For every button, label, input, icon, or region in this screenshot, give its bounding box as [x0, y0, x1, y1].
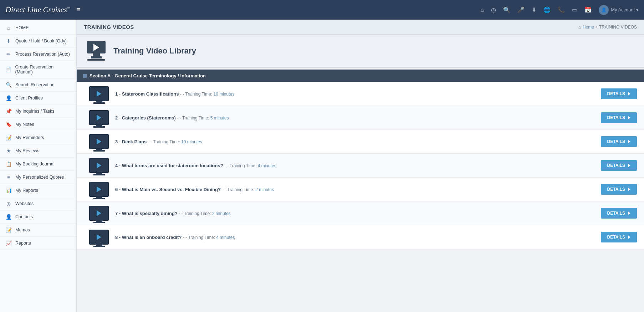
video-item: 2 - Categories (Staterooms) - - Training… — [77, 106, 644, 130]
sidebar-item-reports[interactable]: 📊 My Reports — [0, 184, 76, 197]
video-separator: - - — [222, 187, 227, 192]
video-info: 4 - What terms are used for stateroom lo… — [115, 163, 594, 168]
video-item: 8 - What is an onboard credit? - - Train… — [77, 225, 644, 249]
video-info: 6 - What is Main vs. Second vs. Flexible… — [115, 187, 594, 192]
video-item: 6 - What is Main vs. Second vs. Flexible… — [77, 178, 644, 201]
video-title: 6 - What is Main vs. Second vs. Flexible… — [115, 187, 221, 192]
video-thumbnail — [89, 110, 109, 125]
details-button[interactable]: DETAILS — [601, 160, 637, 171]
video-title: 3 - Deck Plans — [115, 139, 147, 144]
details-button[interactable]: DETAILS — [601, 184, 637, 195]
sidebar-item-memos[interactable]: 📝 Memos — [0, 224, 76, 237]
section-a-label: Section A - General Cruise Terminology /… — [90, 73, 206, 78]
thumb-play-icon — [97, 139, 101, 144]
training-time-label: Training Time: — [227, 187, 255, 192]
sidebar-label-websites: Websites — [15, 201, 34, 206]
video-thumbnail — [89, 182, 109, 197]
sidebar-item-search[interactable]: 🔍 Search Reservation — [0, 78, 76, 92]
breadcrumb-home-link[interactable]: Home — [583, 25, 594, 30]
thumb-play-icon — [97, 91, 101, 97]
my-account-label: My Account ▾ — [611, 7, 639, 12]
sidebar-item-websites[interactable]: ◎ Websites — [0, 197, 76, 210]
sidebar-label-quotes: My Personalized Quotes — [15, 175, 64, 180]
video-info: 1 - Stateroom Classifications - - Traini… — [115, 91, 594, 97]
contacts-icon: 👤 — [5, 214, 12, 220]
sidebar-item-reports2[interactable]: 📈 Reports — [0, 237, 76, 250]
training-time-value: 2 minutes — [212, 211, 231, 216]
sidebar-item-booking[interactable]: 📋 My Booking Journal — [0, 158, 76, 171]
quote-icon: ⬇ — [5, 38, 12, 44]
sidebar-item-process[interactable]: ✏ Process Reservation (Auto) — [0, 48, 76, 61]
hamburger-icon[interactable]: ≡ — [77, 6, 81, 14]
sidebar-label-process: Process Reservation (Auto) — [15, 52, 70, 57]
video-title: 4 - What terms are used for stateroom lo… — [115, 163, 223, 168]
sidebar: ⌂ HOME ⬇ Quote / Hold / Book (Ody) ✏ Pro… — [0, 20, 77, 312]
page-header: TRAINING VIDEOS ⌂ Home › TRAINING VIDEOS — [77, 20, 644, 35]
breadcrumb: ⌂ Home › TRAINING VIDEOS — [578, 25, 637, 30]
websites-icon: ◎ — [5, 201, 12, 206]
details-button[interactable]: DETAILS — [601, 232, 637, 242]
clock-nav-icon[interactable]: ◷ — [491, 6, 496, 13]
details-label: DETAILS — [607, 91, 625, 96]
screen-nav-icon[interactable]: ▭ — [572, 6, 577, 13]
sidebar-label-reports2: Reports — [15, 241, 31, 246]
sidebar-item-notes[interactable]: 🔖 My Notes — [0, 118, 76, 131]
sidebar-item-create[interactable]: 📄 Create Reservation (Manual) — [0, 61, 76, 78]
sidebar-item-contacts[interactable]: 👤 Contacts — [0, 210, 76, 224]
sidebar-item-quotes[interactable]: ≡ My Personalized Quotes — [0, 171, 76, 184]
details-arrow-icon — [628, 92, 630, 96]
details-arrow-icon — [628, 140, 630, 143]
memos-icon: 📝 — [5, 227, 12, 233]
section-bullet — [83, 74, 87, 78]
thumb-play-icon — [97, 163, 101, 168]
details-button[interactable]: DETAILS — [601, 136, 637, 147]
library-icon — [86, 41, 107, 61]
search-nav-icon[interactable]: 🔍 — [503, 6, 510, 13]
sidebar-label-create: Create Reservation (Manual) — [15, 65, 71, 75]
sidebar-label-inquiries: My Inquiries / Tasks — [15, 109, 55, 114]
details-button[interactable]: DETAILS — [601, 208, 637, 219]
video-separator: - - — [179, 211, 184, 216]
sidebar-item-inquiries[interactable]: 📌 My Inquiries / Tasks — [0, 105, 76, 118]
home-nav-icon[interactable]: ⌂ — [481, 7, 484, 13]
details-label: DETAILS — [607, 211, 625, 216]
video-separator: - - — [183, 235, 188, 240]
calendar-nav-icon[interactable]: 📅 — [584, 6, 592, 13]
training-time-value: 4 minutes — [258, 163, 276, 168]
sidebar-item-clients[interactable]: 👤 Client Profiles — [0, 92, 76, 105]
library-title: Training Video Library — [113, 46, 196, 56]
video-separator: - - — [177, 116, 182, 121]
reminders-icon: 📝 — [5, 135, 12, 140]
video-separator: - - — [224, 163, 229, 168]
video-item: 7 - What is specialty dining? - - Traini… — [77, 201, 644, 225]
booking-icon: 📋 — [5, 161, 12, 167]
sidebar-item-quote[interactable]: ⬇ Quote / Hold / Book (Ody) — [0, 35, 76, 48]
reports2-icon: 📈 — [5, 240, 12, 246]
sidebar-item-reviews[interactable]: ★ My Reviews — [0, 144, 76, 158]
globe-nav-icon[interactable]: 🌐 — [543, 6, 551, 13]
phone-nav-icon[interactable]: 📞 — [558, 6, 565, 13]
download-nav-icon[interactable]: ⬇ — [532, 6, 536, 13]
video-info: 7 - What is specialty dining? - - Traini… — [115, 211, 594, 216]
details-arrow-icon — [628, 164, 630, 167]
create-icon: 📄 — [5, 67, 12, 72]
mic-nav-icon[interactable]: 🎤 — [517, 6, 525, 13]
thumb-play-icon — [97, 210, 101, 216]
sidebar-label-reviews: My Reviews — [15, 148, 39, 153]
reviews-icon: ★ — [5, 148, 12, 154]
details-label: DETAILS — [607, 187, 625, 192]
sidebar-label-search: Search Reservation — [15, 82, 55, 87]
video-thumbnail — [89, 158, 109, 173]
sidebar-item-reminders[interactable]: 📝 My Reminders — [0, 131, 76, 144]
section-a-header: Section A - General Cruise Terminology /… — [77, 70, 644, 82]
my-account-button[interactable]: 👤 My Account ▾ — [599, 5, 639, 15]
avatar: 👤 — [599, 5, 609, 15]
video-item: 4 - What terms are used for stateroom lo… — [77, 154, 644, 178]
details-button[interactable]: DETAILS — [601, 112, 637, 123]
details-button[interactable]: DETAILS — [601, 88, 637, 99]
video-info: 8 - What is an onboard credit? - - Train… — [115, 235, 594, 240]
training-time-label: Training Time: — [182, 116, 210, 121]
sidebar-item-home[interactable]: ⌂ HOME — [0, 21, 76, 35]
details-label: DETAILS — [607, 163, 625, 168]
sidebar-label-memos: Memos — [15, 227, 30, 232]
